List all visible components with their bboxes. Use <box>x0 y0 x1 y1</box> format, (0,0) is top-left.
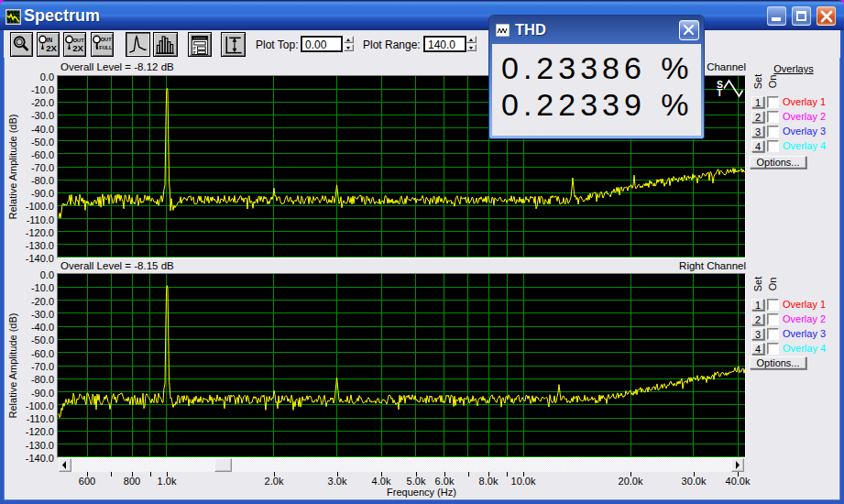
svg-text:Set: Set <box>752 277 763 292</box>
svg-text:OUT: OUT <box>101 37 113 42</box>
svg-text:Relative Amplitude (dB): Relative Amplitude (dB) <box>7 313 18 419</box>
svg-text:2X: 2X <box>72 43 83 53</box>
svg-text:Relative Amplitude (dB): Relative Amplitude (dB) <box>7 115 18 220</box>
svg-text:IN: IN <box>47 37 53 43</box>
svg-text:T: T <box>717 87 723 98</box>
svg-text:OUT: OUT <box>73 38 85 43</box>
svg-text:On: On <box>767 278 778 291</box>
svg-text:On: On <box>767 75 778 89</box>
svg-text:Set: Set <box>752 74 763 90</box>
svg-text:2X: 2X <box>46 43 57 53</box>
svg-text:FULL: FULL <box>99 45 113 50</box>
